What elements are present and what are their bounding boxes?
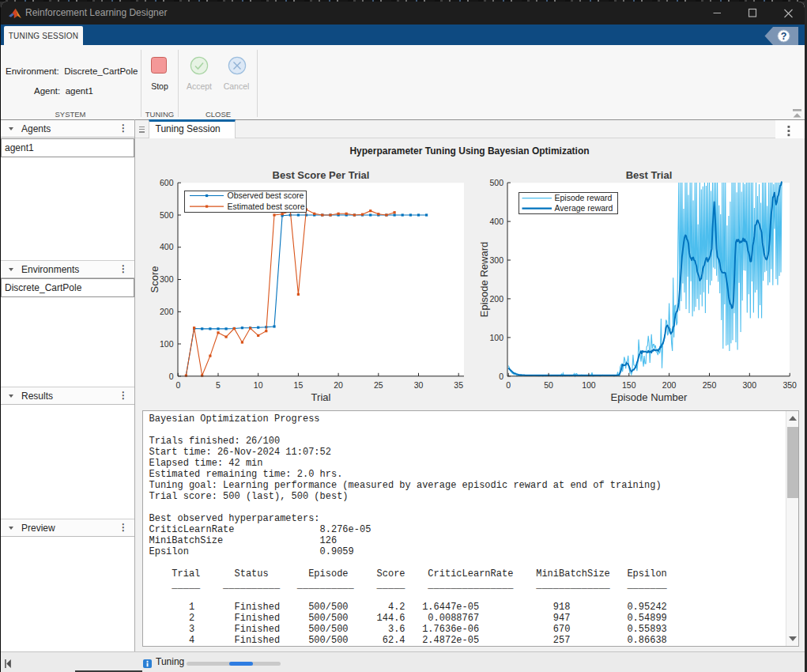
svg-text:350: 350 — [782, 379, 797, 389]
svg-text:25: 25 — [374, 379, 383, 389]
svg-text:200: 200 — [160, 307, 174, 316]
svg-text:Estimated best score: Estimated best score — [228, 201, 305, 210]
svg-text:0: 0 — [169, 371, 174, 380]
svg-text:200: 200 — [662, 379, 677, 389]
svg-text:20: 20 — [334, 379, 343, 389]
svg-text:300: 300 — [743, 379, 757, 389]
svg-text:Best Trial: Best Trial — [626, 168, 673, 180]
svg-text:Episode Reward: Episode Reward — [478, 241, 490, 316]
svg-text:400: 400 — [489, 216, 503, 225]
svg-text:10: 10 — [254, 379, 263, 389]
svg-text:Score: Score — [149, 266, 160, 293]
svg-text:Episode Number: Episode Number — [611, 391, 688, 403]
svg-text:300: 300 — [160, 274, 174, 284]
svg-text:100: 100 — [160, 338, 174, 348]
svg-text:?: ? — [781, 31, 787, 42]
svg-text:500: 500 — [160, 210, 174, 219]
svg-text:50: 50 — [544, 379, 553, 389]
svg-text:0: 0 — [506, 379, 511, 389]
svg-text:35: 35 — [454, 379, 463, 389]
svg-text:0: 0 — [499, 371, 503, 380]
svg-text:250: 250 — [703, 379, 717, 389]
svg-text:30: 30 — [414, 379, 424, 389]
svg-text:200: 200 — [489, 293, 503, 303]
svg-text:100: 100 — [489, 332, 503, 342]
svg-text:400: 400 — [160, 242, 174, 251]
svg-text:5: 5 — [216, 379, 221, 389]
svg-text:Average reward: Average reward — [555, 203, 613, 213]
svg-text:15: 15 — [294, 379, 304, 389]
svg-text:500: 500 — [489, 177, 503, 187]
svg-text:Hyperparameter Tuning Using Ba: Hyperparameter Tuning Using Bayesian Opt… — [349, 145, 589, 156]
svg-text:100: 100 — [582, 379, 596, 389]
svg-text:0: 0 — [175, 379, 180, 389]
svg-text:Best Score Per Trial: Best Score Per Trial — [273, 168, 370, 180]
svg-text:600: 600 — [160, 177, 174, 187]
svg-text:Episode reward: Episode reward — [555, 193, 613, 202]
svg-text:300: 300 — [489, 255, 503, 264]
svg-text:Trial: Trial — [311, 391, 331, 403]
svg-text:150: 150 — [622, 379, 636, 389]
svg-text:Observed best score: Observed best score — [228, 191, 304, 200]
